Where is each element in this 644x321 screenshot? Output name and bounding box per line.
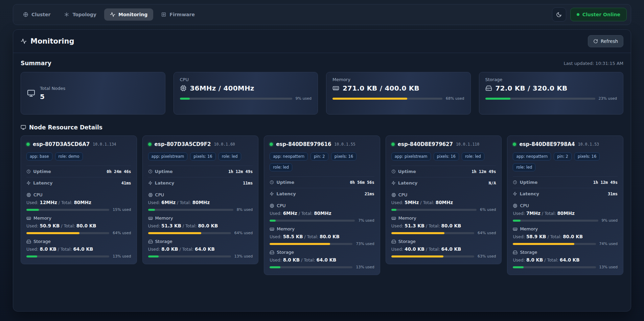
- node-card: esp-807D3A5CD9F210.0.1.60app: pixelstrea…: [142, 135, 259, 264]
- nav-items-group: ClusterTopologyMonitoringFirmware: [17, 8, 201, 21]
- page-title-group: Monitoring: [21, 37, 74, 45]
- progress-bar: [148, 232, 231, 234]
- summary-card-value: 36MHz / 400MHz: [190, 84, 254, 92]
- resource-used-value: 8.0 KB: [283, 257, 300, 263]
- latency-row: Latency21ms: [270, 188, 374, 199]
- resource-memory-section: MemoryUsed: 58.5 KB / Total: 80.0 KB73% …: [270, 226, 374, 246]
- clock-icon: [513, 180, 517, 184]
- progress-bar: [26, 255, 109, 257]
- resource-label: Storage: [277, 250, 294, 255]
- nav-item-label: Cluster: [31, 12, 50, 17]
- resource-memory-section: MemoryUsed: 50.9 KB / Total: 80.0 KB64% …: [26, 216, 131, 235]
- node-status-dot: [270, 143, 273, 146]
- clock-icon: [26, 169, 31, 174]
- nav-item-cluster[interactable]: Cluster: [17, 8, 56, 21]
- node-name: esp-840D8E979616: [276, 141, 331, 147]
- resource-total-value: 80MHz: [436, 200, 453, 205]
- percent-used-label: 64% used: [478, 231, 496, 235]
- summary-cards-grid: Total Nodes5CPU36MHz / 400MHz9% usedMemo…: [21, 72, 623, 115]
- resource-label: CPU: [33, 192, 42, 197]
- percent-used-label: 13% used: [599, 265, 618, 269]
- node-name: esp-807D3A5CD9F2: [155, 141, 211, 147]
- node-card: esp-807D3A5CD6A710.0.1.134app: baserole:…: [21, 135, 137, 264]
- resource-label: CPU: [155, 192, 164, 197]
- monitoring-icon-slot: [21, 38, 27, 44]
- nav-item-firmware[interactable]: Firmware: [155, 8, 201, 21]
- uptime-value: 1h 12m 49s: [593, 180, 618, 185]
- uptime-value: 0h 24m 46s: [107, 169, 131, 174]
- cpu-icon: [180, 85, 187, 92]
- node-status-dot: [26, 143, 30, 146]
- percent-used-label: 64% used: [113, 231, 131, 235]
- resource-used-value: 58.9 KB: [526, 234, 546, 239]
- storage-icon: [148, 239, 153, 244]
- resource-label: Memory: [33, 216, 51, 221]
- resource-used-value: 12MHz: [40, 200, 57, 205]
- resource-usage-text: Used: 7MHz / Total: 80MHz: [513, 211, 618, 216]
- resource-used-value: 8.0 KB: [40, 246, 56, 252]
- zap-icon: [148, 181, 153, 185]
- resource-cpu-section: CPUUsed: 7MHz / Total: 80MHz9% used: [513, 203, 618, 223]
- nav-item-monitoring[interactable]: Monitoring: [104, 8, 153, 21]
- memory-icon: [148, 216, 153, 221]
- resource-used-value: 6MHz: [283, 211, 297, 216]
- node-badge: role: demo: [55, 152, 83, 160]
- nav-item-topology[interactable]: Topology: [58, 8, 102, 21]
- percent-used-label: 13% used: [356, 265, 374, 269]
- summary-card-value: 72.0 KB / 320.0 KB: [496, 84, 568, 92]
- storage-icon: [485, 85, 492, 92]
- cpu-icon: [513, 203, 518, 208]
- progress-bar: [513, 266, 596, 268]
- page-title: Monitoring: [30, 37, 74, 45]
- node-status-dot: [513, 143, 516, 146]
- refresh-button[interactable]: Refresh: [588, 35, 623, 47]
- node-badge: role: led: [218, 152, 241, 160]
- theme-toggle-button[interactable]: [552, 7, 566, 22]
- node-badge: app: pixelstream: [391, 152, 431, 160]
- nav-item-label: Firmware: [169, 12, 195, 17]
- resource-total-value: 80.0 KB: [198, 223, 218, 228]
- node-ip: 10.0.1.60: [214, 142, 235, 147]
- node-badge: app: neopattern: [513, 152, 551, 160]
- cluster-status-label: Cluster Online: [582, 12, 620, 17]
- resource-label: Storage: [33, 239, 51, 244]
- zap-icon: [26, 181, 31, 185]
- node-badge: pixels: 16: [331, 152, 356, 160]
- progress-bar: [391, 209, 477, 211]
- latency-row: LatencyN/A: [391, 177, 496, 189]
- panel-header: Monitoring Refresh: [13, 30, 631, 53]
- last-updated-text: Last updated: 10:31:15 AM: [564, 61, 623, 66]
- node-name: esp-840D8E9798A4: [519, 141, 575, 147]
- resource-usage-text: Used: 58.5 KB / Total: 80.0 KB: [270, 234, 374, 239]
- percent-used-label: 74% used: [599, 242, 618, 246]
- node-badge: role: led: [270, 163, 292, 171]
- resource-total-value: 80MHz: [314, 211, 331, 216]
- progress-bar: [148, 255, 231, 257]
- percent-used-label: 13% used: [113, 254, 131, 258]
- resource-label: Storage: [398, 239, 416, 244]
- refresh-button-label: Refresh: [601, 39, 618, 44]
- latency-row: Latency31ms: [513, 188, 618, 199]
- resource-memory-section: MemoryUsed: 58.9 KB / Total: 80.0 KB74% …: [513, 226, 618, 246]
- cpu-icon: [148, 193, 153, 197]
- progress-bar: [391, 255, 474, 257]
- progress-bar: [513, 243, 596, 245]
- resource-used-value: 7MHz: [526, 211, 540, 216]
- cpu-icon: [26, 193, 31, 197]
- firmware-icon: [161, 12, 166, 17]
- cluster-status-button[interactable]: Cluster Online: [570, 8, 627, 21]
- node-badge: pixels: 16: [190, 152, 215, 160]
- resource-label: Memory: [520, 226, 538, 231]
- monitor-icon-slot: [21, 125, 26, 130]
- node-badges-row: app: baserole: demo: [26, 152, 131, 160]
- node-badge: pin: 2: [554, 152, 572, 160]
- zap-icon: [513, 192, 517, 196]
- progress-bar: [26, 209, 109, 211]
- node-card: esp-840D8E97962710.0.1.110app: pixelstre…: [386, 135, 502, 264]
- resource-total-value: 64.0 KB: [441, 246, 461, 252]
- monitoring-icon: [110, 12, 115, 17]
- latency-value: 11ms: [243, 181, 253, 186]
- summary-card-memory: Memory271.0 KB / 400.0 KB68% used: [326, 72, 471, 115]
- uptime-row: Uptime0h 56m 56s: [270, 176, 374, 188]
- resource-storage-section: StorageUsed: 8.0 KB / Total: 64.0 KB13% …: [26, 239, 131, 258]
